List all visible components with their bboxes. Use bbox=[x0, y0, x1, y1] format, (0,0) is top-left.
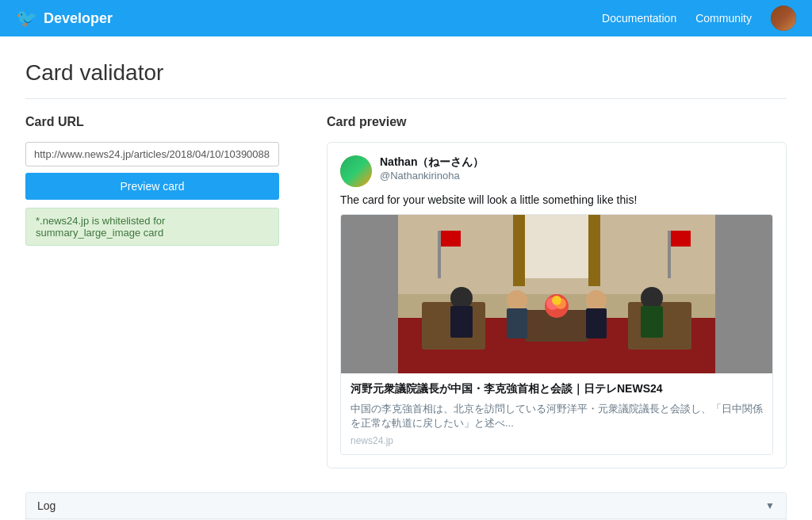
header-nav: Documentation Community bbox=[602, 6, 796, 31]
card-preview-box: Nathan（ねーさん） @Nathankirinoha The card fo… bbox=[327, 142, 787, 468]
svg-rect-23 bbox=[668, 231, 671, 278]
svg-rect-15 bbox=[586, 308, 607, 338]
tweet-body-text: The card for your website will look a li… bbox=[340, 193, 773, 206]
nav-documentation-link[interactable]: Documentation bbox=[602, 12, 676, 25]
tweet-handle: @Nathankirinoha bbox=[380, 170, 484, 182]
url-input[interactable] bbox=[25, 142, 279, 166]
card-domain: news24.jp bbox=[350, 435, 763, 446]
tweet-username: Nathan（ねーさん） bbox=[380, 155, 484, 170]
svg-point-16 bbox=[641, 287, 663, 309]
right-column: Card preview Nathan（ねーさん） @Nathankirinoh… bbox=[327, 115, 787, 468]
tweet-avatar-image bbox=[340, 155, 372, 187]
svg-point-10 bbox=[450, 287, 473, 309]
svg-point-12 bbox=[507, 290, 527, 311]
nav-community-link[interactable]: Community bbox=[695, 12, 752, 25]
card-article-desc: 中国の李克強首相は、北京を訪問している河野洋平・元衆議院議長と会談し、「日中関係… bbox=[350, 402, 763, 430]
main-content: Card validator Card URL Preview card *.n… bbox=[10, 36, 802, 520]
log-header-label: Log bbox=[37, 499, 56, 512]
card-image bbox=[341, 215, 772, 373]
svg-rect-11 bbox=[450, 306, 473, 338]
svg-rect-20 bbox=[588, 215, 600, 286]
header-left: 🐦 Developer bbox=[16, 8, 602, 29]
preview-card-button[interactable]: Preview card bbox=[25, 173, 279, 200]
avatar[interactable] bbox=[771, 6, 796, 31]
header-brand: Developer bbox=[44, 10, 113, 27]
svg-point-9 bbox=[552, 296, 561, 305]
log-header[interactable]: Log ▼ bbox=[26, 493, 786, 519]
svg-rect-18 bbox=[517, 215, 596, 278]
svg-point-14 bbox=[586, 290, 607, 311]
svg-rect-24 bbox=[671, 231, 691, 247]
content-area: Card URL Preview card *.news24.jp is whi… bbox=[25, 115, 787, 468]
card-text-area: 河野元衆議院議長が中国・李克強首相と会談｜日テレNEWS24 中国の李克強首相は… bbox=[341, 373, 772, 454]
svg-rect-17 bbox=[641, 306, 663, 338]
page-title: Card validator bbox=[25, 60, 787, 99]
log-chevron-icon: ▼ bbox=[765, 500, 775, 511]
tweet-avatar bbox=[340, 155, 372, 187]
success-message: *.news24.jp is whitelisted for summary_l… bbox=[25, 208, 279, 246]
card-url-section-title: Card URL bbox=[25, 115, 279, 129]
svg-rect-22 bbox=[441, 231, 461, 247]
svg-rect-13 bbox=[507, 308, 527, 338]
card-article-title: 河野元衆議院議長が中国・李克強首相と会談｜日テレNEWS24 bbox=[350, 381, 763, 397]
svg-rect-21 bbox=[438, 231, 441, 278]
header: 🐦 Developer Documentation Community bbox=[0, 0, 812, 36]
card-preview-section-title: Card preview bbox=[327, 115, 787, 129]
card-media: 河野元衆議院議長が中国・李克強首相と会談｜日テレNEWS24 中国の李克強首相は… bbox=[340, 214, 773, 455]
left-column: Card URL Preview card *.news24.jp is whi… bbox=[25, 115, 279, 468]
avatar-image bbox=[771, 6, 796, 31]
tweet-header: Nathan（ねーさん） @Nathankirinoha bbox=[340, 155, 773, 187]
log-section: Log ▼ INFO: Page fetched successfully IN… bbox=[25, 492, 787, 520]
twitter-bird-icon: 🐦 bbox=[16, 8, 37, 29]
tweet-user-info: Nathan（ねーさん） @Nathankirinoha bbox=[380, 155, 484, 182]
svg-rect-19 bbox=[513, 215, 525, 286]
